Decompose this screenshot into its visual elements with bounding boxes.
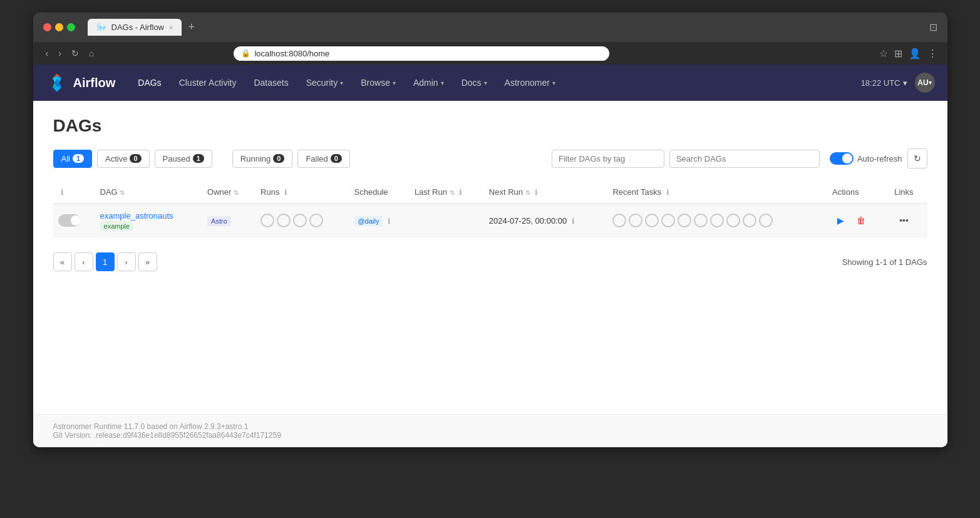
dag-pause-toggle[interactable] bbox=[58, 214, 81, 227]
nav-link-astronomer[interactable]: Astronomer ▾ bbox=[497, 73, 563, 93]
col-runs: Runs ℹ bbox=[255, 181, 349, 204]
row-last-run-cell bbox=[410, 204, 484, 237]
next-run-value: 2024-07-25, 00:00:00 bbox=[489, 216, 567, 225]
next-run-sort-icon: ⇅ bbox=[525, 189, 530, 196]
menu-icon[interactable]: ⋮ bbox=[927, 48, 937, 60]
filter-running-button[interactable]: Running 0 bbox=[232, 150, 293, 168]
browser-tab-active[interactable]: 🌬️ DAGs - Airflow × bbox=[88, 19, 182, 36]
docs-caret: ▾ bbox=[484, 80, 487, 86]
nav-link-datasets[interactable]: Datasets bbox=[246, 73, 296, 93]
pagination-first[interactable]: « bbox=[53, 252, 72, 271]
filter-paused-button[interactable]: Paused 1 bbox=[155, 150, 212, 168]
refresh-button[interactable]: ↻ bbox=[907, 148, 927, 168]
task-circle-2 bbox=[629, 214, 642, 227]
recent-tasks-info-icon[interactable]: ℹ bbox=[666, 188, 669, 197]
last-run-sort-icon: ⇅ bbox=[450, 189, 455, 196]
filter-running-label: Running bbox=[240, 154, 271, 163]
nav-link-browse[interactable]: Browse ▾ bbox=[353, 73, 403, 93]
row-next-run-cell: 2024-07-25, 00:00:00 ℹ bbox=[484, 204, 608, 237]
next-run-info-icon[interactable]: ℹ bbox=[535, 188, 538, 197]
page-title: DAGs bbox=[53, 116, 927, 136]
pagination-next[interactable]: › bbox=[117, 252, 136, 271]
filter-failed-badge: 0 bbox=[331, 154, 342, 163]
utc-time-text: 18:22 UTC bbox=[861, 78, 900, 88]
run-circle-3 bbox=[293, 214, 307, 227]
security-caret: ▾ bbox=[340, 80, 343, 86]
task-circle-6 bbox=[694, 214, 708, 227]
dag-delete-button[interactable]: 🗑 bbox=[852, 213, 870, 228]
run-circle-4 bbox=[309, 214, 323, 227]
dag-sort-icon: ⇅ bbox=[120, 189, 125, 196]
filter-all-button[interactable]: All 1 bbox=[53, 150, 93, 168]
user-initials: AU bbox=[917, 78, 928, 87]
col-actions: Actions bbox=[827, 181, 889, 204]
search-dags-input[interactable] bbox=[669, 150, 820, 168]
new-tab-button[interactable]: + bbox=[184, 21, 199, 34]
bookmark-icon[interactable]: ☆ bbox=[879, 48, 888, 60]
owner-badge: Astro bbox=[207, 216, 231, 226]
utc-caret: ▾ bbox=[903, 78, 907, 88]
filter-active-badge: 0 bbox=[130, 154, 141, 163]
auto-refresh-switch[interactable] bbox=[830, 152, 854, 165]
filter-active-button[interactable]: Active 0 bbox=[97, 150, 150, 168]
nav-link-security[interactable]: Security ▾ bbox=[299, 73, 351, 93]
tab-close-button[interactable]: × bbox=[169, 24, 173, 31]
task-circle-7 bbox=[710, 214, 724, 227]
user-avatar[interactable]: AU ▾ bbox=[915, 73, 935, 93]
last-run-info-icon[interactable]: ℹ bbox=[459, 188, 462, 197]
filter-running-badge: 0 bbox=[273, 154, 284, 163]
lock-icon: 🔒 bbox=[241, 49, 250, 58]
runs-info-icon[interactable]: ℹ bbox=[284, 188, 287, 197]
runs-circles bbox=[260, 214, 344, 227]
pagination-showing: Showing 1-1 of 1 DAGs bbox=[842, 257, 927, 267]
col-next-run[interactable]: Next Run ⇅ ℹ bbox=[484, 181, 608, 204]
pagination-prev[interactable]: ‹ bbox=[75, 252, 93, 271]
extensions-icon[interactable]: ⊞ bbox=[894, 48, 902, 60]
dag-more-links-button[interactable]: ••• bbox=[894, 213, 914, 228]
task-circle-10 bbox=[759, 214, 773, 227]
filter-paused-badge: 1 bbox=[193, 154, 204, 163]
next-run-row-info-icon[interactable]: ℹ bbox=[572, 217, 575, 225]
home-button[interactable]: ⌂ bbox=[86, 46, 96, 61]
footer-git-version: Git Version: .release:d9f436e1e8d8955f26… bbox=[53, 431, 927, 440]
dag-tag-badge[interactable]: example bbox=[100, 221, 134, 231]
nav-link-docs[interactable]: Docs ▾ bbox=[454, 73, 495, 93]
run-circle-2 bbox=[277, 214, 291, 227]
schedule-badge: @daily bbox=[354, 216, 383, 226]
col-owner[interactable]: Owner ⇅ bbox=[202, 181, 255, 204]
utc-time[interactable]: 18:22 UTC ▾ bbox=[861, 78, 907, 88]
pagination-last[interactable]: » bbox=[138, 252, 157, 271]
nav-link-admin[interactable]: Admin ▾ bbox=[406, 73, 451, 93]
col-dag[interactable]: DAG ⇅ bbox=[95, 181, 203, 204]
profile-icon[interactable]: 👤 bbox=[909, 48, 921, 60]
refresh-button[interactable]: ↻ bbox=[69, 46, 81, 61]
auto-refresh-toggle: Auto-refresh bbox=[830, 152, 902, 165]
nav-link-cluster-activity[interactable]: Cluster Activity bbox=[172, 73, 244, 93]
filter-failed-button[interactable]: Failed 0 bbox=[297, 150, 350, 168]
filter-paused-label: Paused bbox=[163, 154, 190, 163]
task-circle-4 bbox=[661, 214, 675, 227]
address-bar[interactable]: localhost:8080/home bbox=[254, 49, 329, 58]
pagination: « ‹ 1 › » Showing 1-1 of 1 DAGs bbox=[53, 252, 927, 271]
pagination-page-1[interactable]: 1 bbox=[96, 252, 115, 271]
auto-refresh-label: Auto-refresh bbox=[857, 154, 902, 163]
col-info-icon[interactable]: ℹ bbox=[61, 188, 64, 197]
row-owner-cell: Astro bbox=[202, 204, 255, 237]
dag-table: ℹ DAG ⇅ Owner ⇅ Runs ℹ Schedule Last Run… bbox=[53, 181, 927, 237]
window-controls: ⊡ bbox=[929, 21, 937, 33]
forward-button[interactable]: › bbox=[56, 46, 64, 61]
back-button[interactable]: ‹ bbox=[43, 46, 51, 61]
task-circle-8 bbox=[726, 214, 740, 227]
col-last-run[interactable]: Last Run ⇅ ℹ bbox=[410, 181, 484, 204]
row-links-cell: ••• bbox=[889, 204, 927, 237]
tag-filter-input[interactable] bbox=[552, 150, 664, 168]
footer-runtime: Astronomer Runtime 11.7.0 based on Airfl… bbox=[53, 422, 927, 431]
col-schedule: Schedule bbox=[349, 181, 410, 204]
tab-favicon: 🌬️ bbox=[96, 23, 106, 32]
nav-link-dags[interactable]: DAGs bbox=[130, 73, 168, 93]
admin-caret: ▾ bbox=[441, 80, 444, 86]
logo[interactable]: Airflow bbox=[46, 71, 116, 94]
dag-name-link[interactable]: example_astronauts bbox=[100, 211, 173, 220]
schedule-info-icon[interactable]: ℹ bbox=[388, 217, 391, 225]
dag-trigger-button[interactable]: ▶ bbox=[832, 213, 849, 228]
